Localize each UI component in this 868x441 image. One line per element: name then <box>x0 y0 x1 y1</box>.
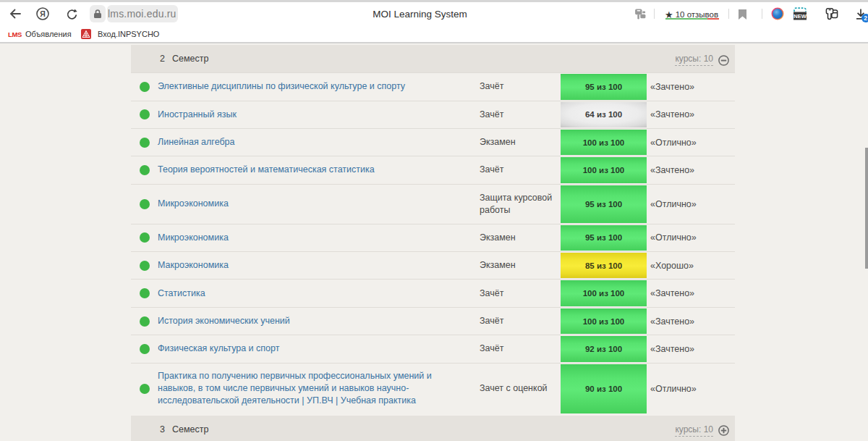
svg-text:NEW: NEW <box>793 13 807 20</box>
